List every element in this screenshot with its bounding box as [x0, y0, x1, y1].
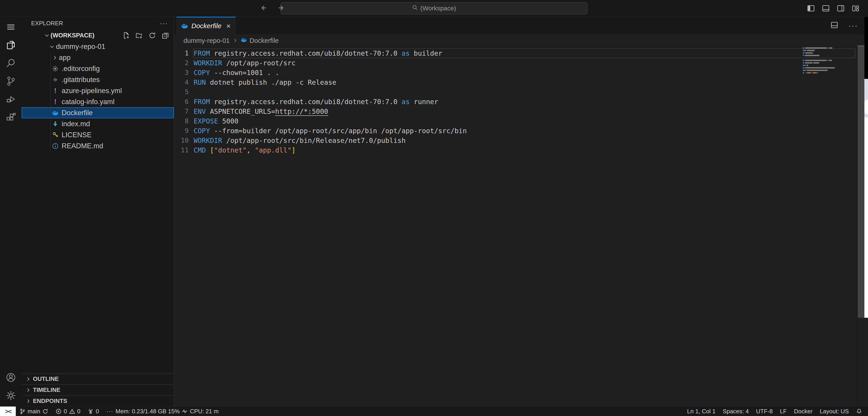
- breadcrumb-folder[interactable]: dummy-repo-01: [184, 37, 230, 44]
- toggle-secondary-sidebar-icon[interactable]: [836, 4, 845, 12]
- docker-file-icon: [52, 109, 59, 116]
- section-endpoints[interactable]: ENDPOINTS: [22, 395, 174, 406]
- docker-whale-icon: [241, 37, 247, 45]
- status-cursor-position[interactable]: Ln 1, Col 1: [684, 407, 719, 416]
- code-line-11[interactable]: 11CMD ["dotnet", "app.dll"]: [174, 145, 868, 155]
- status-encoding[interactable]: UTF-8: [752, 407, 776, 416]
- sidebar-item-source-control[interactable]: [0, 72, 22, 90]
- status-branch[interactable]: main: [16, 407, 52, 416]
- minimap-line: [803, 55, 837, 56]
- tree-item-label: README.md: [62, 142, 103, 150]
- new-file-icon[interactable]: [122, 31, 130, 39]
- sidebar-item-run-debug[interactable]: [0, 90, 22, 108]
- sidebar-bottom-sections: OUTLINE TIMELINE ENDPOINTS: [22, 373, 174, 406]
- code-line-4[interactable]: 4RUN dotnet publish ./app -c Release: [174, 77, 868, 87]
- git-file-icon: [52, 76, 59, 83]
- sidebar-item-explorer[interactable]: [0, 36, 22, 54]
- section-outline[interactable]: OUTLINE: [22, 373, 174, 384]
- tree-item-label: .gitattributes: [62, 76, 100, 84]
- editor-more-actions-icon[interactable]: ···: [848, 21, 858, 30]
- line-number[interactable]: 10: [174, 136, 194, 145]
- workspace-section-header[interactable]: (WORKSPACE): [22, 30, 174, 41]
- code-line-2[interactable]: 2WORKDIR /opt/app-root/src: [174, 58, 868, 68]
- code-editor[interactable]: 1FROM registry.access.redhat.com/ubi8/do…: [174, 47, 868, 406]
- section-timeline[interactable]: TIMELINE: [22, 384, 174, 395]
- line-number[interactable]: 2: [174, 58, 194, 68]
- tree-item--gitattributes[interactable]: .gitattributes: [22, 74, 174, 85]
- line-number[interactable]: 9: [174, 126, 194, 136]
- status-notifications[interactable]: [852, 407, 866, 416]
- status-ports-label: 0: [96, 408, 99, 415]
- line-number[interactable]: 5: [174, 87, 194, 97]
- status-language-mode[interactable]: Docker: [790, 407, 816, 416]
- sidebar-item-extensions[interactable]: [0, 108, 22, 126]
- status-problems[interactable]: 00: [52, 407, 84, 416]
- toggle-panel-icon[interactable]: [822, 4, 830, 12]
- line-content: WORKDIR /opt/app-root/src: [194, 58, 296, 68]
- yaml-file-icon: !: [52, 98, 59, 105]
- line-number[interactable]: 1: [174, 48, 194, 58]
- line-number[interactable]: 4: [174, 77, 194, 87]
- refresh-icon[interactable]: [148, 31, 156, 39]
- status-remote[interactable]: ><: [0, 407, 16, 416]
- line-number[interactable]: 11: [174, 145, 194, 155]
- line-content: COPY --chown=1001 . .: [194, 68, 279, 77]
- docker-whale-icon: [181, 22, 188, 30]
- navigate-forward-icon[interactable]: [278, 4, 285, 12]
- line-number[interactable]: 3: [174, 68, 194, 77]
- tree-item-license[interactable]: LICENSE: [22, 129, 174, 140]
- tree-item-index-md[interactable]: index.md: [22, 118, 174, 129]
- status-indentation-label: Spaces: 4: [723, 408, 749, 415]
- toggle-primary-sidebar-icon[interactable]: [807, 4, 815, 12]
- code-line-8[interactable]: 8EXPOSE 5000: [174, 116, 868, 126]
- split-editor-icon[interactable]: [830, 21, 838, 30]
- tree-item-azure-pipelines-yml[interactable]: !azure-pipelines.yml: [22, 85, 174, 96]
- minimap-line: [803, 62, 837, 64]
- tree-item-catalog-info-yaml[interactable]: !catalog-info.yaml: [22, 96, 174, 107]
- tab-dockerfile[interactable]: Dockerfile ×: [177, 17, 236, 34]
- customize-layout-icon[interactable]: [851, 4, 860, 12]
- close-tab-icon[interactable]: ×: [226, 22, 231, 30]
- error-icon: [56, 408, 62, 414]
- code-line-7[interactable]: 7ENV ASPNETCORE_URLS=http://*:5000: [174, 107, 868, 116]
- line-number[interactable]: 7: [174, 107, 194, 116]
- tree-item-dockerfile[interactable]: Dockerfile: [22, 107, 174, 118]
- menu-icon[interactable]: [0, 18, 22, 36]
- sidebar-item-search[interactable]: [0, 54, 22, 72]
- tree-item--editorconfig[interactable]: .editorconfig: [22, 63, 174, 74]
- navigate-back-icon[interactable]: [259, 4, 267, 12]
- section-timeline-label: TIMELINE: [33, 386, 60, 393]
- status-keyboard-layout[interactable]: Layout: US: [816, 407, 852, 416]
- code-line-6[interactable]: 6FROM registry.access.redhat.com/ubi8/do…: [174, 97, 868, 107]
- settings-gear-icon[interactable]: [0, 386, 22, 405]
- tree-item-readme-md[interactable]: README.md: [22, 140, 174, 151]
- yaml-file-icon: !: [52, 87, 59, 95]
- breadcrumb-file[interactable]: Dockerfile: [250, 37, 279, 44]
- status-ports[interactable]: 0: [84, 407, 102, 416]
- status-eol[interactable]: LF: [776, 407, 790, 416]
- code-line-3[interactable]: 3COPY --chown=1001 . .: [174, 68, 868, 77]
- code-line-1[interactable]: 1FROM registry.access.redhat.com/ubi8/do…: [174, 48, 868, 58]
- minimap-line: [803, 67, 837, 69]
- tree-item-app[interactable]: app: [22, 52, 174, 63]
- line-number[interactable]: 8: [174, 116, 194, 126]
- status-encoding-label: UTF-8: [756, 408, 773, 415]
- section-outline-label: OUTLINE: [33, 375, 59, 382]
- command-center[interactable]: (Workspace): [281, 2, 587, 14]
- code-line-5[interactable]: 5: [174, 87, 868, 97]
- collapse-all-icon[interactable]: [161, 31, 169, 39]
- command-center-label: (Workspace): [420, 5, 456, 12]
- explorer-more-actions-icon[interactable]: ···: [160, 20, 168, 27]
- scrollbar-thumb[interactable]: [858, 45, 864, 318]
- line-number[interactable]: 6: [174, 97, 194, 107]
- new-folder-icon[interactable]: [135, 31, 143, 39]
- minimap-line: [803, 57, 837, 59]
- code-line-9[interactable]: 9COPY --from=builder /opt/app-root/src/a…: [174, 126, 868, 136]
- accounts-icon[interactable]: [0, 369, 22, 386]
- status-resource-monitor[interactable]: ···Mem: 0.23/1.48 GB 15%CPU: 21 m: [103, 407, 222, 416]
- minimap[interactable]: [803, 47, 837, 75]
- code-line-10[interactable]: 10WORKDIR /opt/app-root/src/bin/Release/…: [174, 136, 868, 145]
- tab-label: Dockerfile: [191, 22, 221, 30]
- status-indentation[interactable]: Spaces: 4: [719, 407, 752, 416]
- tree-item-dummy-repo-01[interactable]: dummy-repo-01: [22, 41, 174, 52]
